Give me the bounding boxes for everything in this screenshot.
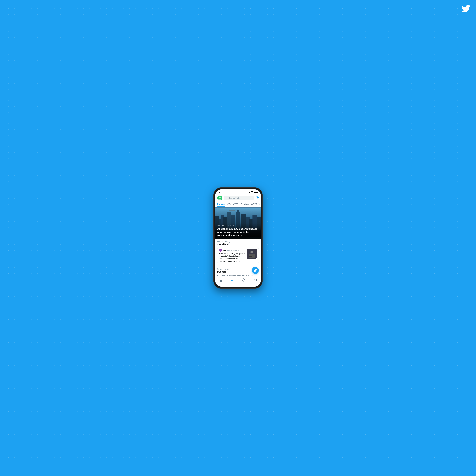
- nav-notifications[interactable]: [240, 277, 248, 283]
- bottom-nav: [215, 276, 261, 284]
- search-icon: [226, 197, 227, 199]
- tweet-content-1: Jasi @k9lover85 · 10h Fans are searching…: [219, 249, 246, 263]
- status-bar: 9:15: [215, 189, 261, 194]
- trend-new-music[interactable]: Music · Trending #NewMusic Jasi @k9lover…: [215, 238, 261, 266]
- svg-rect-30: [249, 256, 252, 257]
- nav-messages[interactable]: [251, 277, 259, 283]
- twitter-logo-corner: [462, 4, 470, 15]
- svg-rect-29: [249, 255, 254, 256]
- svg-point-1: [219, 197, 221, 198]
- svg-line-4: [227, 198, 227, 199]
- hero-tag: #GlobalSummit2021 · 1h ago: [217, 225, 259, 227]
- nav-home[interactable]: [217, 277, 225, 283]
- compose-fab-button[interactable]: [252, 267, 259, 274]
- hero-title: At global summit, leader proposes new to…: [217, 227, 259, 237]
- search-header: Search Twitter: [215, 194, 261, 202]
- search-bar[interactable]: Search Twitter: [224, 196, 254, 200]
- tweet-image-1: [247, 249, 257, 259]
- home-indicator: [215, 284, 261, 287]
- svg-point-5: [257, 197, 257, 198]
- svg-rect-28: [249, 255, 254, 255]
- wifi-icon: [251, 191, 253, 193]
- svg-rect-27: [249, 254, 255, 258]
- status-time: 9:15: [219, 191, 223, 194]
- trend-category-1: Music · Trending: [217, 241, 259, 243]
- battery-icon: [254, 191, 257, 193]
- svg-line-32: [233, 281, 234, 281]
- hero-card[interactable]: #GlobalSummit2021 · 1h ago At global sum…: [215, 207, 261, 238]
- tabs-row: For you #Tokyo2020 Trending COVID-19: [215, 202, 261, 207]
- tweet-username-1: Jasi: [223, 249, 226, 251]
- tab-covid[interactable]: COVID-19: [251, 202, 261, 207]
- hero-overlay: #GlobalSummit2021 · 1h ago At global sum…: [215, 223, 261, 238]
- trend-name-1: #NewMusic: [217, 243, 259, 246]
- settings-icon[interactable]: [255, 196, 259, 200]
- tweet-avatar-1: [219, 249, 222, 252]
- tab-trending[interactable]: Trending: [241, 202, 249, 207]
- tweet-preview-card-1[interactable]: Jasi @k9lover85 · 10h Fans are searching…: [217, 247, 259, 264]
- svg-point-26: [250, 251, 253, 253]
- status-icons: [248, 191, 257, 193]
- tweet-handle-1: @k9lover85 · 10h: [227, 249, 241, 251]
- tab-for-you[interactable]: For you: [217, 202, 225, 207]
- trend-description-2: Fans and players react after Sunday nigh…: [217, 274, 259, 276]
- tweet-text-1: Fans are searching the lyrics of a pop s…: [219, 252, 246, 263]
- tab-tokyo[interactable]: #Tokyo2020: [227, 202, 238, 207]
- user-avatar[interactable]: [217, 196, 222, 201]
- phone-device: 9:15: [214, 188, 262, 288]
- content-scroll[interactable]: #GlobalSummit2021 · 1h ago At global sum…: [215, 207, 261, 276]
- signal-icon: [248, 191, 250, 193]
- phone-frame: 9:15: [214, 188, 262, 288]
- home-bar: [231, 285, 245, 286]
- search-placeholder-text: Search Twitter: [228, 197, 241, 199]
- nav-search[interactable]: [228, 277, 237, 283]
- phone-screen: 9:15: [215, 189, 261, 287]
- tweet-user-row-1: Jasi @k9lover85 · 10h: [219, 249, 246, 252]
